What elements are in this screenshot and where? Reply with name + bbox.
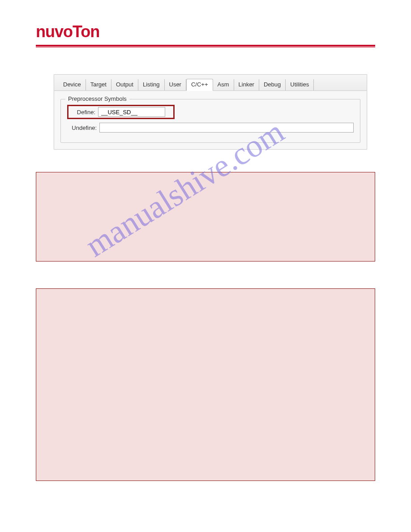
tab-content: Preprocessor Symbols Define: Undefine:: [54, 90, 367, 149]
tab-linker[interactable]: Linker: [234, 79, 259, 90]
define-input[interactable]: [98, 107, 165, 117]
preprocessor-symbols-group: Preprocessor Symbols Define: Undefine:: [60, 99, 360, 143]
tab-c-cpp[interactable]: C/C++: [186, 79, 213, 91]
undefine-row: Undefine:: [67, 123, 354, 133]
tab-target[interactable]: Target: [86, 79, 111, 90]
tab-listing[interactable]: Listing: [138, 79, 165, 90]
tab-output[interactable]: Output: [111, 79, 138, 90]
tab-debug[interactable]: Debug: [259, 79, 286, 90]
header-divider: [36, 45, 375, 47]
redacted-block-1: [36, 172, 375, 262]
redacted-block-2: [36, 288, 375, 481]
tab-asm[interactable]: Asm: [213, 79, 234, 90]
tab-bar: Device Target Output Listing User C/C++ …: [54, 75, 367, 90]
undefine-input[interactable]: [99, 123, 354, 133]
group-legend: Preprocessor Symbols: [65, 95, 129, 102]
define-row: Define:: [67, 105, 354, 119]
brand-logo: nuvoTon: [36, 22, 375, 41]
tab-user[interactable]: User: [165, 79, 186, 90]
define-label: Define:: [68, 109, 98, 116]
undefine-label: Undefine:: [67, 124, 99, 131]
define-highlight-box: Define:: [67, 105, 175, 119]
ide-options-panel: Device Target Output Listing User C/C++ …: [54, 74, 367, 150]
tab-device[interactable]: Device: [59, 79, 86, 90]
tab-utilities[interactable]: Utilities: [286, 79, 314, 90]
